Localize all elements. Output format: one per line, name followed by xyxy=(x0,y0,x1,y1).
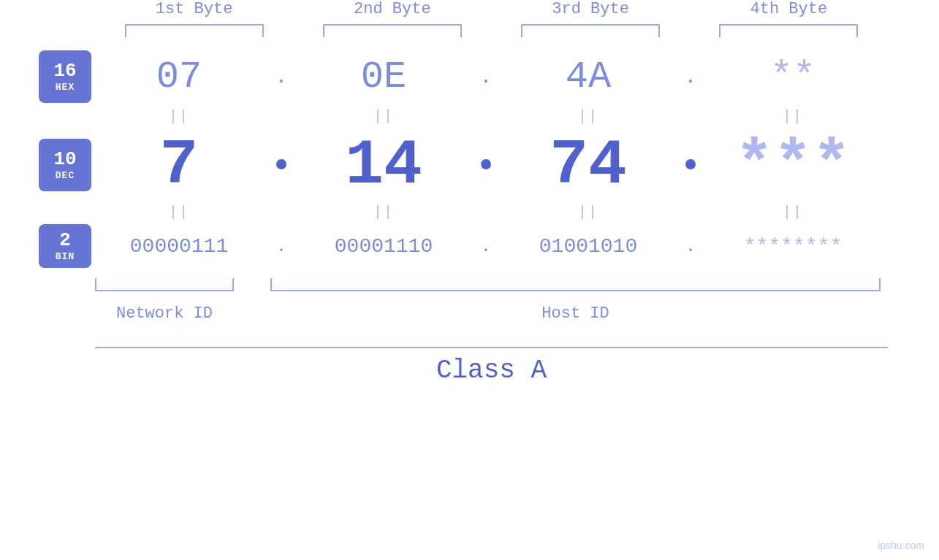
hex-base-number: 16 xyxy=(53,61,76,82)
byte-labels: 1st Byte 2nd Byte 3rd Byte 4th Byte xyxy=(95,0,888,18)
bin-value-3: 01001010 xyxy=(539,235,637,258)
dec-cell-2: 14 xyxy=(300,129,468,202)
bottom-brackets xyxy=(95,278,888,300)
bottom-brackets-wrapper xyxy=(0,272,939,300)
dec-dot-2 xyxy=(468,157,504,174)
hex-value-2: 0E xyxy=(361,55,406,99)
eq1-4: || xyxy=(709,107,877,126)
bin-values-row: 00000111 . 00001110 . 01001010 . *******… xyxy=(95,235,877,258)
byte-label-2: 2nd Byte xyxy=(308,0,476,18)
dec-dot-1 xyxy=(263,157,300,174)
bin-badge-col: 2 BIN xyxy=(0,224,95,268)
bin-badge: 2 BIN xyxy=(39,224,91,268)
bin-cell-3: 01001010 xyxy=(504,235,672,258)
bin-dot-2: . xyxy=(468,237,504,256)
hex-badge: 16 HEX xyxy=(39,50,91,103)
bin-value-4: ******** xyxy=(744,235,842,258)
dec-badge: 10 DEC xyxy=(39,139,91,191)
hex-value-4: ** xyxy=(770,55,816,99)
eq1-1: || xyxy=(95,107,263,126)
hex-dot-3: . xyxy=(672,66,709,88)
id-labels-wrapper: Network ID Host ID xyxy=(0,302,939,334)
hex-cell-4: ** xyxy=(709,55,877,99)
id-labels: Network ID Host ID xyxy=(95,304,888,334)
eq1-3: || xyxy=(504,107,672,126)
dec-base-number: 10 xyxy=(53,149,76,170)
hex-base-label: HEX xyxy=(56,82,75,93)
bin-cell-2: 00001110 xyxy=(300,235,468,258)
dec-row-wrapper: 10 DEC 7 14 74 *** xyxy=(0,129,939,202)
eq2-3: || xyxy=(504,203,672,221)
bin-cell-4: ******** xyxy=(709,235,877,258)
byte-label-1: 1st Byte xyxy=(110,0,278,18)
network-id-label: Network ID xyxy=(95,304,234,323)
eq2-2: || xyxy=(300,203,468,221)
equals-row-2: || || || || xyxy=(95,203,877,221)
dec-cell-1: 7 xyxy=(95,129,263,202)
filled-dot-1 xyxy=(276,159,286,169)
bin-value-1: 00000111 xyxy=(130,235,228,258)
dec-value-3: 74 xyxy=(550,129,627,202)
bin-row-wrapper: 2 BIN 00000111 . 00001110 . 01001010 . xyxy=(0,224,939,268)
bin-dot-1: . xyxy=(263,237,300,256)
hex-values-row: 07 . 0E . 4A . ** xyxy=(95,55,877,99)
hex-value-1: 07 xyxy=(156,55,202,99)
bin-cell-1: 00000111 xyxy=(95,235,263,258)
hex-cell-2: 0E xyxy=(300,55,468,99)
network-bracket xyxy=(95,278,234,291)
eq2-4: || xyxy=(709,203,877,221)
hex-dot-1: . xyxy=(263,66,300,88)
bin-dot-3: . xyxy=(672,237,709,256)
filled-dot-3 xyxy=(685,159,696,169)
host-bracket xyxy=(270,278,881,291)
class-label: Class A xyxy=(95,356,888,386)
bracket-top-1 xyxy=(125,24,264,37)
hex-cell-3: 4A xyxy=(504,55,672,99)
dec-values-row: 7 14 74 *** xyxy=(95,129,877,202)
byte-labels-row: 1st Byte 2nd Byte 3rd Byte 4th Byte xyxy=(0,0,939,18)
byte-label-3: 3rd Byte xyxy=(506,0,674,18)
main-container: 1st Byte 2nd Byte 3rd Byte 4th Byte 16 H… xyxy=(0,0,939,560)
bracket-top-2 xyxy=(323,24,462,37)
eq1-2: || xyxy=(300,107,468,126)
equals-row-2-wrapper: || || || || xyxy=(0,203,939,221)
equals-row-1: || || || || xyxy=(95,107,877,126)
hex-row-wrapper: 16 HEX 07 . 0E . 4A . ** xyxy=(0,47,939,106)
dec-badge-col: 10 DEC xyxy=(0,129,95,202)
bin-base-number: 2 xyxy=(59,230,71,251)
dec-dot-3 xyxy=(672,157,709,174)
eq2-1: || xyxy=(95,203,263,221)
top-brackets xyxy=(95,24,888,37)
hex-value-3: 4A xyxy=(566,55,611,99)
hex-cell-1: 07 xyxy=(95,55,263,99)
bin-value-2: 00001110 xyxy=(335,235,433,258)
dec-cell-3: 74 xyxy=(504,129,672,202)
top-brackets-row xyxy=(0,18,939,37)
dec-value-1: 7 xyxy=(160,129,199,202)
equals-row-1-wrapper: || || || || xyxy=(0,107,939,126)
class-area-wrapper: Class A xyxy=(0,341,939,386)
watermark: ipshu.com xyxy=(878,540,924,551)
dec-cell-4: *** xyxy=(709,129,877,202)
hex-dot-2: . xyxy=(468,66,504,88)
class-line xyxy=(95,347,888,348)
class-area: Class A xyxy=(95,347,888,386)
host-id-label: Host ID xyxy=(270,304,881,323)
bracket-top-4 xyxy=(719,24,858,37)
dec-value-4: *** xyxy=(735,129,851,202)
byte-label-4: 4th Byte xyxy=(704,0,873,18)
hex-badge-col: 16 HEX xyxy=(0,47,95,106)
bracket-top-3 xyxy=(521,24,660,37)
bin-base-label: BIN xyxy=(56,251,75,262)
dec-value-2: 14 xyxy=(345,129,422,202)
dec-base-label: DEC xyxy=(56,170,75,181)
filled-dot-2 xyxy=(481,159,491,169)
